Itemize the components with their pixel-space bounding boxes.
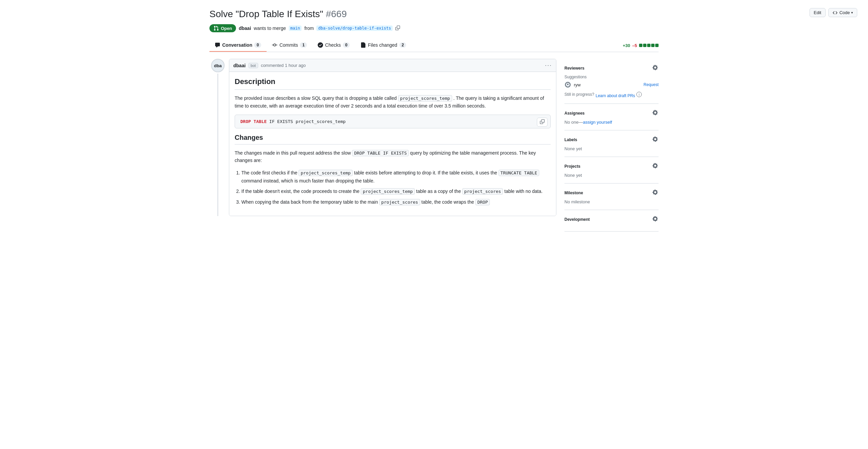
reviewers-gear-button[interactable] (652, 64, 658, 72)
li2-text2: table as a copy of the (416, 189, 461, 194)
assignees-none: No one—assign yourself (564, 120, 658, 125)
desc-text-1: The provided issue describes a slow SQL … (235, 95, 397, 101)
comment-body: Description The provided issue describes… (229, 72, 556, 216)
gear-icon (652, 65, 658, 70)
labels-none: None yet (564, 146, 658, 151)
status-text: Open (221, 26, 232, 31)
base-branch[interactable]: main (289, 26, 302, 31)
code-button[interactable]: Code ▾ (828, 8, 857, 17)
projects-none: None yet (564, 173, 658, 178)
info-icon[interactable]: i (637, 92, 642, 97)
pr-title-text: Solve "Drop Table If Exists" (210, 9, 323, 19)
diff-blocks (639, 44, 658, 47)
li3-code1: project_scores (379, 199, 420, 205)
head-branch[interactable]: dba-solve/drop-table-if-exists (316, 26, 393, 31)
from-label: from (304, 26, 314, 31)
tab-checks-label: Checks (325, 42, 341, 48)
diff-additions: +30 (623, 43, 630, 48)
development-gear-button[interactable] (652, 216, 658, 223)
diff-deletions: –5 (632, 43, 637, 48)
sidebar-projects: Projects None yet (564, 157, 658, 184)
labels-title: Labels (564, 137, 577, 142)
li3-text2: table, the code wraps the (422, 199, 474, 205)
action-text: wants to merge (254, 26, 286, 31)
tab-conversation-label: Conversation (222, 42, 252, 48)
tab-files-changed[interactable]: Files changed 2 (355, 39, 411, 52)
tab-commits-count: 1 (300, 42, 307, 48)
tab-conversation[interactable]: Conversation 0 (210, 39, 267, 52)
copy-icon (540, 119, 545, 124)
description-paragraph: The provided issue describes a slow SQL … (235, 94, 551, 109)
tab-checks[interactable]: Checks 0 (312, 39, 355, 52)
tab-commits[interactable]: Commits 1 (267, 39, 312, 52)
content-area: dba dbaai bot commented 1 hour ago ··· D… (210, 59, 556, 231)
draft-link[interactable]: Learn about draft PRs (596, 93, 635, 98)
tab-files-changed-label: Files changed (368, 42, 397, 48)
comment-header: dbaai bot commented 1 hour ago ··· (229, 59, 556, 72)
projects-header: Projects (564, 162, 658, 170)
changes-list: The code first checks if the project_sco… (235, 169, 551, 206)
sidebar-labels: Labels None yet (564, 130, 658, 157)
reviewers-title: Reviewers (564, 66, 584, 71)
draft-info: Still in progress? Learn about draft PRs… (564, 91, 658, 98)
git-pr-icon (214, 26, 219, 31)
sidebar-reviewers: Reviewers Suggestions ryw Request Still … (564, 59, 658, 104)
milestone-gear-button[interactable] (652, 189, 658, 197)
gear-icon-labels (652, 136, 658, 142)
author-name: dbaai (239, 26, 251, 31)
development-title: Development (564, 217, 590, 222)
assign-yourself-link[interactable]: assign yourself (583, 120, 612, 125)
code-label: Code (839, 10, 850, 15)
thread-line (217, 74, 218, 216)
gear-icon-assignees (652, 110, 658, 115)
code-block-wrapper: DROP TABLE IF EXISTS project_scores_temp (235, 115, 551, 128)
diff-block-3 (647, 44, 651, 47)
code-copy-button[interactable] (537, 118, 548, 127)
changes-text-1: The changes made in this pull request ad… (235, 150, 351, 156)
labels-header: Labels (564, 136, 658, 143)
gear-icon-projects (652, 163, 658, 168)
comment-thread: dba dbaai bot commented 1 hour ago ··· D… (210, 59, 556, 216)
gear-icon-milestone (652, 190, 658, 195)
description-heading: Description (235, 77, 551, 90)
desc-code-1: project_scores_temp (398, 95, 452, 101)
assignees-gear-button[interactable] (652, 109, 658, 117)
li1-code1: project_scores_temp (299, 170, 353, 176)
code-icon (833, 10, 837, 15)
sql-normal-1: IF EXISTS project_scores_temp (269, 119, 346, 124)
diff-block-1 (639, 44, 643, 47)
projects-gear-button[interactable] (652, 162, 658, 170)
li3-text1: When copying the data back from the temp… (241, 199, 378, 205)
development-header: Development (564, 216, 658, 223)
avatar-column: dba (210, 59, 226, 216)
tab-files-changed-count: 2 (399, 42, 406, 48)
pr-number: #669 (326, 9, 347, 19)
li1-text1: The code first checks if the (241, 170, 298, 175)
tab-commits-label: Commits (279, 42, 298, 48)
sidebar-milestone: Milestone No milestone (564, 184, 658, 210)
assignees-none-text: No one— (564, 120, 583, 125)
tab-checks-count: 0 (343, 42, 350, 48)
labels-gear-button[interactable] (652, 136, 658, 143)
pr-title: Solve "Drop Table If Exists" #669 (210, 8, 658, 20)
li2-code2: project_scores (462, 188, 503, 195)
assignees-title: Assignees (564, 111, 585, 116)
milestone-header: Milestone (564, 189, 658, 197)
comment-menu-button[interactable]: ··· (545, 62, 552, 69)
comment-time: commented 1 hour ago (261, 63, 306, 68)
assignees-header: Assignees (564, 109, 658, 117)
request-review-link[interactable]: Request (644, 82, 658, 87)
li3-code2: DROP (475, 199, 490, 205)
edit-button[interactable]: Edit (809, 8, 826, 17)
conversation-icon (215, 42, 220, 48)
copy-branch-icon[interactable] (395, 26, 400, 31)
reviewers-header: Reviewers (564, 64, 658, 72)
comment-author: dbaai (233, 63, 246, 68)
bot-badge: bot (248, 63, 258, 68)
comment-box: dbaai bot commented 1 hour ago ··· Descr… (229, 59, 556, 216)
li2-text1: If the table doesn't exist, the code pro… (241, 189, 360, 194)
sidebar-development: Development (564, 210, 658, 231)
tabs-bar: Conversation 0 Commits 1 Checks 0 Files … (210, 39, 658, 52)
files-changed-icon (361, 42, 366, 48)
changes-intro: The changes made in this pull request ad… (235, 149, 551, 164)
